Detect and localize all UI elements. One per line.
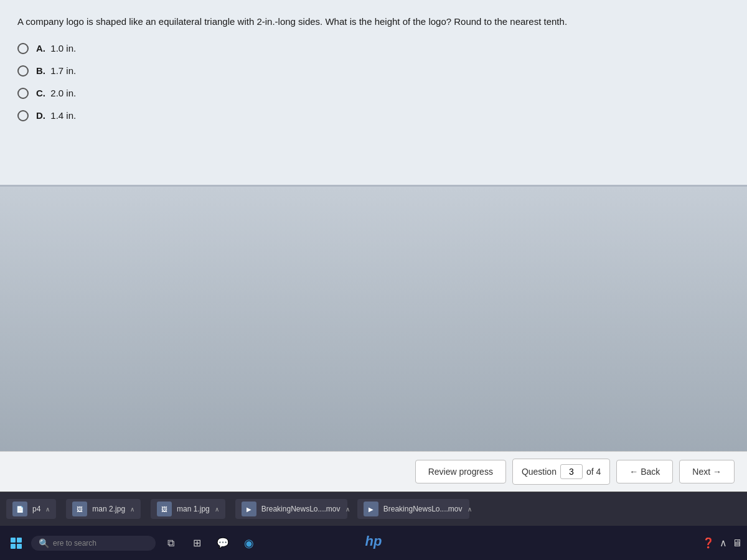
download-icon-man2: 🖼 — [72, 502, 87, 516]
search-icon: 🔍 — [39, 538, 49, 548]
chevron-up-icon[interactable]: ∧ — [720, 537, 727, 549]
download-item-man1[interactable]: 🖼 man 1.jpg ∧ — [151, 499, 225, 519]
display-icon[interactable]: 🖥 — [732, 538, 742, 549]
download-item-breaking2[interactable]: ▶ BreakingNewsLo....mov ∧ — [357, 499, 469, 519]
start-button[interactable] — [5, 532, 27, 554]
taskbar-downloads: 📄 p4 ∧ 🖼 man 2.jpg ∧ 🖼 man 1.jpg ∧ ▶ Bre… — [0, 492, 747, 526]
taskbar-search[interactable]: 🔍 ere to search — [31, 536, 156, 551]
download-filename-breaking2: BreakingNewsLo....mov — [383, 505, 463, 513]
quiz-container: A company logo is shaped like an equilat… — [0, 0, 747, 187]
option-b-label: B. 1.7 in. — [36, 65, 76, 76]
download-icon-p4: 📄 — [12, 502, 27, 516]
radio-d[interactable] — [17, 110, 29, 121]
download-filename-breaking1: BreakingNewsLo....mov — [261, 505, 341, 513]
nav-bar: Review progress Question of 4 ← Back Nex… — [0, 451, 747, 492]
download-item-breaking1[interactable]: ▶ BreakingNewsLo....mov ∧ — [235, 499, 347, 519]
download-item-man2[interactable]: 🖼 man 2.jpg ∧ — [66, 499, 141, 519]
option-c[interactable]: C. 2.0 in. — [17, 88, 730, 99]
background-area — [0, 187, 747, 492]
chevron-icon-breaking2: ∧ — [467, 506, 472, 513]
system-tray: ❓ ∧ 🖥 — [702, 537, 742, 549]
question-text: A company logo is shaped like an equilat… — [17, 15, 730, 29]
back-button[interactable]: ← Back — [616, 460, 673, 483]
review-progress-button[interactable]: Review progress — [415, 460, 506, 483]
question-number-input[interactable] — [560, 464, 583, 479]
question-label: Question — [522, 467, 557, 477]
download-filename-man1: man 1.jpg — [177, 505, 210, 513]
option-d[interactable]: D. 1.4 in. — [17, 110, 730, 121]
option-d-label: D. 1.4 in. — [36, 110, 76, 121]
help-icon[interactable]: ❓ — [702, 537, 715, 549]
browser-button[interactable]: ◉ — [238, 532, 260, 554]
download-icon-breaking1: ▶ — [242, 502, 256, 516]
browser-icon: ◉ — [244, 536, 254, 550]
option-c-label: C. 2.0 in. — [36, 88, 76, 98]
download-icon-man1: 🖼 — [157, 502, 172, 516]
search-placeholder-text: ere to search — [53, 539, 96, 548]
widgets-icon: ⊞ — [193, 537, 201, 549]
chat-icon: 💬 — [217, 537, 229, 549]
download-filename-man2: man 2.jpg — [92, 505, 125, 513]
download-icon-breaking2: ▶ — [364, 502, 378, 516]
task-view-button[interactable]: ⧉ — [159, 532, 182, 554]
radio-a[interactable] — [17, 43, 29, 54]
next-button[interactable]: Next → — [679, 460, 735, 483]
chat-button[interactable]: 💬 — [212, 532, 234, 554]
chevron-icon-man2: ∧ — [130, 506, 134, 513]
widgets-button[interactable]: ⊞ — [186, 532, 208, 554]
taskbar: 📄 p4 ∧ 🖼 man 2.jpg ∧ 🖼 man 1.jpg ∧ ▶ Bre… — [0, 492, 747, 560]
chevron-icon-p4: ∧ — [45, 506, 50, 513]
download-item-p4[interactable]: 📄 p4 ∧ — [6, 499, 56, 519]
question-counter: Question of 4 — [512, 459, 610, 485]
option-b[interactable]: B. 1.7 in. — [17, 65, 730, 77]
chevron-icon-man1: ∧ — [215, 506, 219, 513]
of-label: of 4 — [586, 467, 601, 477]
windows-logo — [11, 538, 22, 549]
option-a[interactable]: A. 1.0 in. — [17, 43, 730, 54]
radio-c[interactable] — [17, 88, 29, 99]
option-a-label: A. 1.0 in. — [36, 43, 76, 54]
download-filename-p4: p4 — [32, 505, 40, 513]
hp-logo: hp — [361, 529, 386, 554]
chevron-icon-breaking1: ∧ — [345, 506, 350, 513]
task-view-icon: ⧉ — [167, 538, 174, 549]
radio-b[interactable] — [17, 65, 29, 77]
